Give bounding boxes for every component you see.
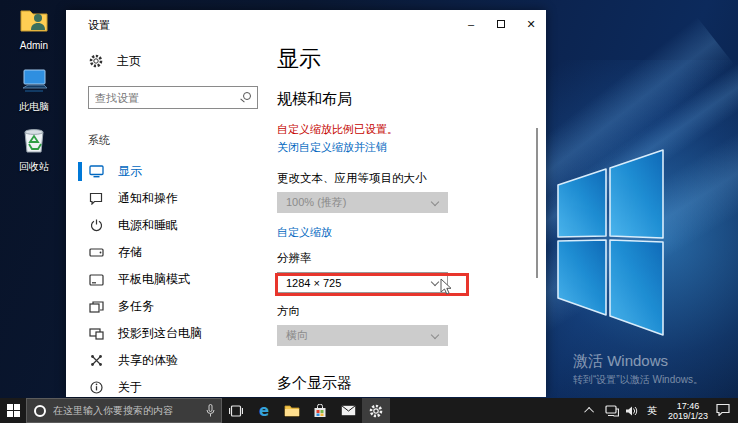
windows-start-icon: [7, 404, 20, 417]
store-icon: [313, 404, 327, 418]
sidebar-item-about[interactable]: 关于: [66, 374, 277, 401]
task-view-button[interactable]: [222, 398, 250, 423]
scrollbar[interactable]: [536, 128, 538, 278]
sidebar-item-label: 平板电脑模式: [118, 271, 190, 288]
gear-icon: [369, 404, 383, 418]
sidebar-item-display[interactable]: 显示: [66, 158, 277, 185]
resolution-label: 分辨率: [277, 251, 546, 266]
tray-clock[interactable]: 17:46 2019/1/23: [668, 401, 708, 421]
gear-icon: [88, 53, 104, 69]
desktop-icon-this-pc[interactable]: 此电脑: [2, 68, 66, 114]
user-folder-icon: [19, 8, 49, 34]
file-explorer-button[interactable]: [278, 398, 306, 423]
scale-label: 更改文本、应用等项目的大小: [277, 171, 546, 186]
desktop-icon-recycle-bin[interactable]: 回收站: [2, 126, 66, 174]
custom-scaling-link[interactable]: 自定义缩放: [277, 225, 546, 240]
sidebar-item-storage[interactable]: 存储: [66, 239, 277, 266]
sidebar-item-label: 投影到这台电脑: [118, 325, 202, 342]
orientation-label: 方向: [277, 304, 546, 319]
tray-chevron-up-icon[interactable]: [584, 407, 594, 417]
notifications-icon: [88, 191, 104, 207]
desktop-icon-label: 回收站: [2, 160, 66, 174]
display-icon: [88, 164, 104, 180]
sidebar-item-label: 关于: [118, 379, 142, 396]
signout-link[interactable]: 关闭自定义缩放并注销: [277, 140, 546, 155]
sidebar-item-notifications[interactable]: 通知和操作: [66, 185, 277, 212]
edge-icon: e: [259, 402, 269, 420]
mail-button[interactable]: [334, 398, 362, 423]
search-icon: [243, 92, 251, 100]
sidebar-item-multitasking[interactable]: 多任务: [66, 293, 277, 320]
taskbar-search-input[interactable]: [53, 405, 206, 416]
orientation-dropdown-value: 横向: [286, 328, 308, 343]
volume-icon[interactable]: [622, 398, 642, 423]
sidebar-item-power-sleep[interactable]: 电源和睡眠: [66, 212, 277, 239]
desktop-icon-label: 此电脑: [2, 100, 66, 114]
tray-date: 2019/1/23: [668, 411, 708, 421]
activation-watermark: 激活 Windows 转到“设置”以激活 Windows。: [573, 352, 703, 387]
settings-search-input[interactable]: [95, 87, 235, 108]
store-button[interactable]: [306, 398, 334, 423]
action-center-button[interactable]: [716, 402, 730, 420]
custom-scale-warning: 自定义缩放比例已设置。: [277, 122, 546, 137]
multi-display-title: 多个显示器: [277, 374, 546, 393]
start-button[interactable]: [0, 398, 26, 423]
action-center-icon: [716, 403, 730, 416]
selected-accent-bar: [78, 162, 82, 181]
sidebar-item-tablet-mode[interactable]: 平板电脑模式: [66, 266, 277, 293]
file-explorer-icon: [284, 404, 300, 417]
windows-logo-wallpaper: [540, 130, 710, 360]
tablet-icon: [88, 272, 104, 288]
sidebar-home-label: 主页: [117, 53, 141, 70]
task-view-icon: [229, 405, 243, 417]
maximize-button[interactable]: [486, 10, 516, 38]
watermark-line2: 转到“设置”以激活 Windows。: [573, 373, 703, 387]
desktop-icon-admin[interactable]: Admin: [2, 8, 66, 51]
settings-search-box[interactable]: [88, 86, 258, 109]
minimize-button[interactable]: –: [456, 10, 486, 38]
settings-sidebar: 主页 系统 显示 通知和操作: [66, 38, 277, 397]
chevron-down-icon: [431, 331, 439, 339]
sidebar-item-projecting[interactable]: 投影到这台电脑: [66, 320, 277, 347]
sidebar-nav: 显示 通知和操作 电源和睡眠: [66, 158, 277, 401]
window-title: 设置: [88, 18, 110, 33]
taskbar: e: [0, 398, 738, 423]
sidebar-item-label: 共享的体验: [118, 352, 178, 369]
shared-experiences-icon: [88, 353, 104, 369]
sidebar-item-label: 通知和操作: [118, 190, 178, 207]
system-tray: 英 17:46 2019/1/23: [579, 398, 738, 423]
settings-taskbar-button[interactable]: [362, 398, 390, 423]
close-icon: ✕: [526, 18, 535, 31]
sidebar-item-label: 多任务: [118, 298, 154, 315]
sidebar-item-label: 显示: [118, 163, 142, 180]
desktop: Admin 此电脑 回收站 激活 Windows 转到“设置”以激活 Windo…: [0, 0, 738, 423]
close-button[interactable]: ✕: [516, 10, 546, 38]
multitasking-icon: [88, 299, 104, 315]
sidebar-item-home[interactable]: 主页: [66, 50, 277, 72]
sidebar-item-label: 电源和睡眠: [118, 217, 178, 234]
network-icon[interactable]: [602, 398, 622, 423]
watermark-line1: 激活 Windows: [573, 352, 703, 371]
ime-indicator[interactable]: 英: [642, 404, 662, 418]
about-icon: [88, 380, 104, 396]
sidebar-item-shared-experiences[interactable]: 共享的体验: [66, 347, 277, 374]
titlebar[interactable]: 设置 – ✕: [66, 10, 546, 38]
cortana-icon: [34, 405, 46, 417]
scale-dropdown-value: 100% (推荐): [286, 195, 347, 210]
display-settings-pane: 显示 规模和布局 自定义缩放比例已设置。 关闭自定义缩放并注销 更改文本、应用等…: [277, 38, 546, 397]
settings-window: 设置 – ✕ 主页 系统: [66, 10, 546, 397]
scale-section-title: 规模和布局: [277, 90, 546, 109]
taskbar-search-box[interactable]: [26, 398, 222, 423]
chevron-down-icon: [431, 198, 439, 206]
sidebar-item-label: 存储: [118, 244, 142, 261]
orientation-dropdown: 横向: [277, 325, 448, 346]
minimize-icon: –: [468, 18, 474, 30]
maximize-icon: [497, 20, 505, 28]
tray-time: 17:46: [668, 401, 708, 411]
this-pc-icon: [19, 68, 49, 94]
mouse-cursor: [440, 278, 452, 296]
desktop-icon-label: Admin: [2, 40, 66, 51]
power-icon: [88, 218, 104, 234]
page-title: 显示: [277, 44, 546, 74]
edge-button[interactable]: e: [250, 398, 278, 423]
